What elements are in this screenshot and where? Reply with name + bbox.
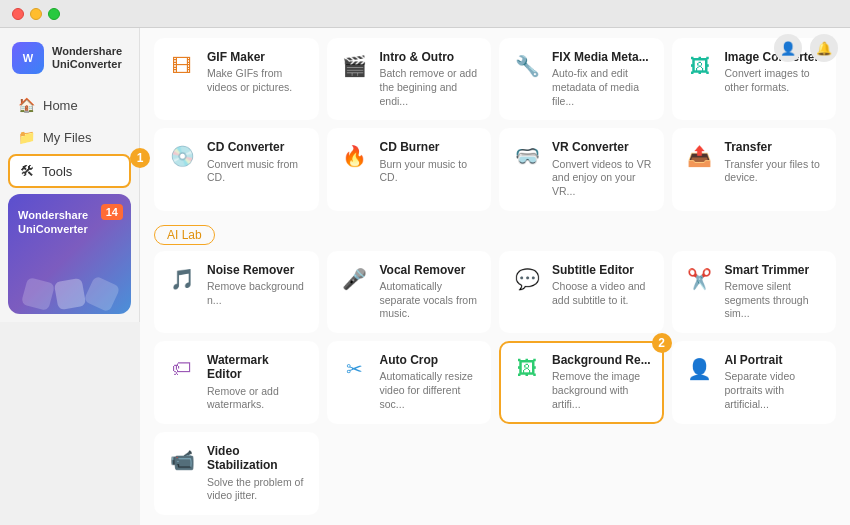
tool-vocal-remover[interactable]: 🎤 Vocal Remover Automatically separate v… [327, 251, 492, 333]
tool-gif-maker[interactable]: 🎞 GIF Maker Make GIFs from videos or pic… [154, 38, 319, 120]
watermark-editor-name: Watermark Editor [207, 353, 307, 382]
auto-crop-icon: ✂ [339, 353, 371, 385]
sidebar-item-tools[interactable]: 🛠 Tools [8, 154, 131, 188]
user-icon-button[interactable]: 👤 [774, 34, 802, 62]
cd-converter-name: CD Converter [207, 140, 307, 154]
smart-trimmer-name: Smart Trimmer [725, 263, 825, 277]
vr-converter-name: VR Converter [552, 140, 652, 154]
tool-cd-converter[interactable]: 💿 CD Converter Convert music from CD. [154, 128, 319, 210]
maximize-button[interactable] [48, 8, 60, 20]
vocal-remover-icon: 🎤 [339, 263, 371, 295]
watermark-editor-desc: Remove or add watermarks. [207, 385, 307, 412]
fix-media-name: FIX Media Meta... [552, 50, 652, 64]
intro-outro-name: Intro & Outro [380, 50, 480, 64]
ai-lab-label-wrap: AI Lab [154, 219, 836, 251]
tool-smart-trimmer[interactable]: ✂️ Smart Trimmer Remove silent segments … [672, 251, 837, 333]
transfer-name: Transfer [725, 140, 825, 154]
tool-watermark-editor[interactable]: 🏷 Watermark Editor Remove or add waterma… [154, 341, 319, 424]
fix-media-icon: 🔧 [511, 50, 543, 82]
gif-maker-name: GIF Maker [207, 50, 307, 64]
tool-background-remove[interactable]: 🖼 Background Re... Remove the image back… [499, 341, 664, 424]
vr-converter-icon: 🥽 [511, 140, 543, 172]
background-remove-name: Background Re... [552, 353, 652, 367]
video-stabilization-name: Video Stabilization [207, 444, 307, 473]
noise-remover-name: Noise Remover [207, 263, 307, 277]
fix-media-desc: Auto-fix and edit metadata of media file… [552, 67, 652, 108]
files-icon: 📁 [18, 129, 35, 145]
ai-lab-label: AI Lab [154, 225, 215, 245]
vr-converter-desc: Convert videos to VR and enjoy on your V… [552, 158, 652, 199]
sidebar-item-home-label: Home [43, 98, 78, 113]
promo-badge: 14 [101, 204, 123, 220]
step-2-badge: 2 [652, 333, 672, 353]
transfer-icon: 📤 [684, 140, 716, 172]
subtitle-editor-desc: Choose a video and add subtitle to it. [552, 280, 652, 307]
tool-transfer[interactable]: 📤 Transfer Transfer your files to device… [672, 128, 837, 210]
image-converter-icon: 🖼 [684, 50, 716, 82]
logo-icon: W [12, 42, 44, 74]
tools-icon: 🛠 [20, 163, 34, 179]
close-button[interactable] [12, 8, 24, 20]
subtitle-editor-name: Subtitle Editor [552, 263, 652, 277]
step-1-badge: 1 [130, 148, 150, 168]
smart-trimmer-desc: Remove silent segments through sim... [725, 280, 825, 321]
background-remove-icon: 🖼 [511, 353, 543, 385]
gif-maker-icon: 🎞 [166, 50, 198, 82]
promo-card[interactable]: Wondershare UniConverter 14 [8, 194, 131, 314]
sidebar-item-myfiles[interactable]: 📁 My Files [8, 122, 131, 152]
video-stabilization-desc: Solve the problem of video jitter. [207, 476, 307, 503]
sidebar-item-myfiles-label: My Files [43, 130, 91, 145]
home-icon: 🏠 [18, 97, 35, 113]
sidebar: W Wondershare UniConverter 🏠 Home 📁 My F… [0, 28, 140, 322]
auto-crop-name: Auto Crop [380, 353, 480, 367]
title-bar [0, 0, 850, 28]
noise-remover-desc: Remove background n... [207, 280, 307, 307]
video-stabilization-icon: 📹 [166, 444, 198, 476]
watermark-editor-icon: 🏷 [166, 353, 198, 385]
transfer-desc: Transfer your files to device. [725, 158, 825, 185]
header-icons: 👤 🔔 [774, 34, 838, 62]
intro-outro-desc: Batch remove or add the begining and end… [380, 67, 480, 108]
cd-burner-name: CD Burner [380, 140, 480, 154]
vocal-remover-name: Vocal Remover [380, 263, 480, 277]
tool-vr-converter[interactable]: 🥽 VR Converter Convert videos to VR and … [499, 128, 664, 210]
smart-trimmer-icon: ✂️ [684, 263, 716, 295]
minimize-button[interactable] [30, 8, 42, 20]
ai-portrait-icon: 👤 [684, 353, 716, 385]
tool-noise-remover[interactable]: 🎵 Noise Remover Remove background n... [154, 251, 319, 333]
intro-outro-icon: 🎬 [339, 50, 371, 82]
sidebar-item-tools-label: Tools [42, 164, 72, 179]
ai-portrait-name: AI Portrait [725, 353, 825, 367]
notification-icon-button[interactable]: 🔔 [810, 34, 838, 62]
tool-auto-crop[interactable]: ✂ Auto Crop Automatically resize video f… [327, 341, 492, 424]
subtitle-editor-icon: 💬 [511, 263, 543, 295]
noise-remover-icon: 🎵 [166, 263, 198, 295]
sidebar-nav: 🏠 Home 📁 My Files 🛠 Tools [0, 84, 139, 194]
tool-cd-burner[interactable]: 🔥 CD Burner Burn your music to CD. [327, 128, 492, 210]
tool-video-stabilization[interactable]: 📹 Video Stabilization Solve the problem … [154, 432, 319, 515]
ai-portrait-desc: Separate video portraits with artificial… [725, 370, 825, 411]
cd-converter-desc: Convert music from CD. [207, 158, 307, 185]
background-remove-desc: Remove the image background with artifi.… [552, 370, 652, 411]
vocal-remover-desc: Automatically separate vocals from music… [380, 280, 480, 321]
logo-text: Wondershare UniConverter [52, 45, 122, 71]
ai-tools-grid: 🎵 Noise Remover Remove background n... 🎤… [154, 251, 836, 515]
cd-converter-icon: 💿 [166, 140, 198, 172]
tool-fix-media[interactable]: 🔧 FIX Media Meta... Auto-fix and edit me… [499, 38, 664, 120]
promo-decoration [8, 280, 131, 308]
sidebar-item-home[interactable]: 🏠 Home [8, 90, 131, 120]
tool-subtitle-editor[interactable]: 💬 Subtitle Editor Choose a video and add… [499, 251, 664, 333]
gif-maker-desc: Make GIFs from videos or pictures. [207, 67, 307, 94]
top-tools-grid: 🎞 GIF Maker Make GIFs from videos or pic… [154, 38, 836, 211]
auto-crop-desc: Automatically resize video for different… [380, 370, 480, 411]
main-content: 🎞 GIF Maker Make GIFs from videos or pic… [140, 28, 850, 525]
cd-burner-desc: Burn your music to CD. [380, 158, 480, 185]
image-converter-desc: Convert images to other formats. [725, 67, 825, 94]
tool-ai-portrait[interactable]: 👤 AI Portrait Separate video portraits w… [672, 341, 837, 424]
app-logo: W Wondershare UniConverter [0, 28, 139, 84]
cd-burner-icon: 🔥 [339, 140, 371, 172]
tool-intro-outro[interactable]: 🎬 Intro & Outro Batch remove or add the … [327, 38, 492, 120]
